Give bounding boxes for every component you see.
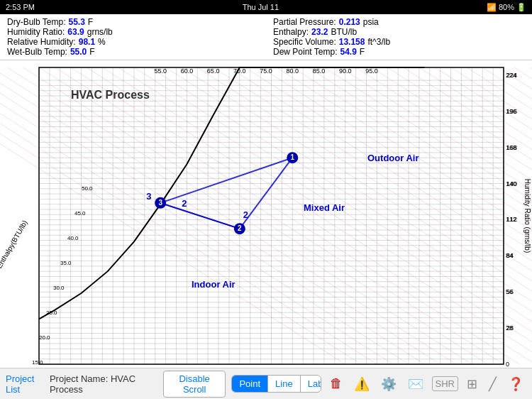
drawing-mode-group: Point Line Label xyxy=(231,375,321,393)
status-time: 2:53 PM xyxy=(6,3,35,11)
mail-icon-button[interactable]: ✉️ xyxy=(405,375,426,393)
specific-volume-row: Specific Volume: 13.158 ft^3/lb xyxy=(273,37,525,47)
partial-pressure-row: Partial Pressure: 0.213 psia xyxy=(273,17,525,27)
header-info: Dry-Bulb Temp: 55.3 F Humidity Ratio: 63… xyxy=(0,14,532,60)
mixed-air-label: Mixed Air xyxy=(304,202,345,213)
grid-icon-button[interactable]: ⊞ xyxy=(464,375,480,393)
line-mode-button[interactable]: Line xyxy=(268,376,301,392)
disable-scroll-button[interactable]: Disable Scroll xyxy=(163,371,226,398)
header-right: Partial Pressure: 0.213 psia Enthalpy: 2… xyxy=(273,17,525,57)
diagonal-icon-button[interactable]: ╱ xyxy=(486,375,499,393)
humidity-ratio-row: Humidity Ratio: 63.9 grns/lb xyxy=(7,27,259,37)
shr-icon-button[interactable]: SHR xyxy=(432,376,458,391)
status-date: Thu Jul 11 xyxy=(243,3,279,11)
warning-icon-button[interactable]: ⚠️ xyxy=(351,375,372,393)
enthalpy-row: Enthalpy: 23.2 BTU/lb xyxy=(273,27,525,37)
status-right: 📶 80% 🔋 xyxy=(487,3,526,12)
project-list-link[interactable]: Project List xyxy=(6,373,44,395)
settings-icon-button[interactable]: ⚙️ xyxy=(378,375,399,393)
drybulb-row: Dry-Bulb Temp: 55.3 F xyxy=(7,17,259,27)
toolbar: Project List Project Name: HVAC Process … xyxy=(0,368,532,399)
chart-title: HVAC Process xyxy=(71,89,150,102)
delete-icon-button[interactable]: 🗑 xyxy=(327,375,345,393)
label-mode-button[interactable]: Label xyxy=(301,376,321,392)
dewpoint-row: Dew Point Temp: 54.9 F xyxy=(273,47,525,57)
chart-area[interactable]: HVAC Process Outdoor Air Mixed Air Indoo… xyxy=(0,60,532,386)
header-left: Dry-Bulb Temp: 55.3 F Humidity Ratio: 63… xyxy=(7,17,259,57)
point-mode-button[interactable]: Point xyxy=(232,376,268,392)
outdoor-air-label: Outdoor Air xyxy=(367,153,419,163)
wetbulb-row: Wet-Bulb Temp: 55.0 F xyxy=(7,47,259,57)
psychrometric-chart[interactable] xyxy=(0,60,532,386)
help-icon-button[interactable]: ❓ xyxy=(505,375,526,393)
project-name-label: Project Name: HVAC Process xyxy=(50,373,152,395)
indoor-air-label: Indoor Air xyxy=(192,279,235,290)
status-bar: 2:53 PM Thu Jul 11 📶 80% 🔋 xyxy=(0,0,532,14)
relative-humidity-row: Relative Humidity: 98.1 % xyxy=(7,37,259,47)
